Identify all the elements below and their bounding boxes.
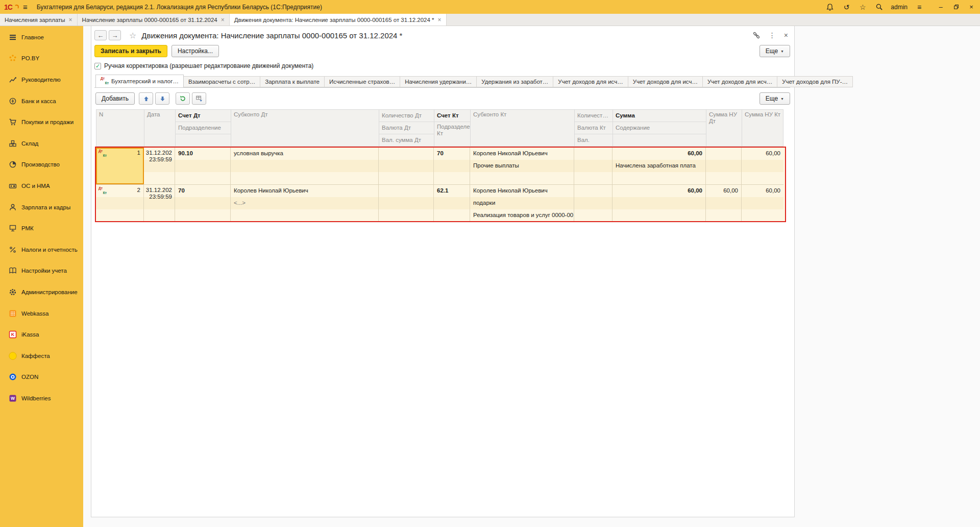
forward-arrow-button[interactable]: → bbox=[109, 30, 121, 40]
fill-table-button[interactable] bbox=[192, 92, 206, 105]
cell-n[interactable]: ДтКт 1 bbox=[96, 148, 144, 184]
cell-schet-kt[interactable]: 70 bbox=[434, 148, 470, 184]
tab-income-accounting-3[interactable]: Учет доходов для исч… bbox=[703, 76, 777, 87]
window-tab-document-movements[interactable]: Движения документа: Начисление зарплаты … bbox=[230, 14, 447, 26]
cell-date[interactable]: 31.12.20223:59:59 bbox=[144, 148, 175, 184]
svg-text:K: K bbox=[11, 332, 15, 338]
window-minimize-icon[interactable]: – bbox=[936, 3, 945, 12]
current-user-label[interactable]: admin bbox=[891, 4, 908, 11]
sidebar-item-label: Wildberries bbox=[21, 395, 51, 401]
cell-schet-kt[interactable]: 62.1 bbox=[434, 185, 470, 221]
cell-kolichestvo-dt[interactable] bbox=[379, 185, 434, 221]
table-more-button[interactable]: Еще ▼ bbox=[760, 92, 790, 105]
sidebar-item-label: Покупки и продажи bbox=[21, 119, 74, 125]
tab-close-icon[interactable]: × bbox=[438, 16, 442, 23]
sidebar-item-nastroyki-ucheta[interactable]: Настройки учета bbox=[0, 260, 83, 282]
sidebar-item-kaffesta[interactable]: Каффеста bbox=[0, 345, 83, 367]
tab-accruals-deductions[interactable]: Начисления удержани… bbox=[400, 76, 477, 87]
cell-subconto-dt[interactable]: Королев Николай Юрьевич <...> bbox=[231, 185, 379, 221]
sidebar-item-ikassa[interactable]: K iKassa bbox=[0, 324, 83, 345]
sidebar-item-label: Банк и касса bbox=[21, 98, 56, 104]
app-title: Бухгалтерия для Беларуси, редакция 2.1. … bbox=[37, 4, 322, 11]
cell-summa-nu-kt[interactable]: 60,00 bbox=[742, 148, 783, 184]
cell-kolichestvo-kt[interactable] bbox=[574, 148, 612, 184]
move-down-button[interactable] bbox=[155, 92, 169, 105]
settings-button[interactable]: Настройка... bbox=[172, 45, 219, 57]
refresh-button[interactable] bbox=[176, 92, 190, 105]
sidebar-item-rukovoditelyu[interactable]: Руководителю bbox=[0, 69, 83, 90]
sidebar-item-administrirovanie[interactable]: Администрирование bbox=[0, 281, 83, 303]
search-icon[interactable] bbox=[874, 3, 884, 12]
cell-kolichestvo-dt[interactable] bbox=[379, 148, 434, 184]
window-tab-payroll-list[interactable]: Начисления зарплаты × bbox=[0, 14, 78, 26]
tab-close-icon[interactable]: × bbox=[221, 16, 225, 23]
document-movements-form: ← → ☆ Движения документа: Начисление зар… bbox=[91, 26, 795, 517]
cell-schet-dt[interactable]: 70 bbox=[175, 185, 231, 221]
window-tab-payroll-document[interactable]: Начисление зарплаты 0000-000165 от 31.12… bbox=[78, 14, 230, 26]
column-header-n: N bbox=[96, 110, 144, 146]
cell-summa-nu-dt[interactable] bbox=[706, 148, 742, 184]
add-row-button[interactable]: Добавить bbox=[95, 92, 135, 105]
cell-date[interactable]: 31.12.20223:59:59 bbox=[144, 185, 175, 221]
move-up-button[interactable] bbox=[139, 92, 153, 105]
favorite-star-icon[interactable]: ☆ bbox=[129, 31, 136, 40]
sidebar-item-label: Производство bbox=[21, 161, 60, 167]
save-and-close-button[interactable]: Записать и закрыть bbox=[94, 45, 167, 57]
more-ellipsis-icon[interactable]: ⋮ bbox=[769, 31, 776, 39]
tab-label: Зарплата к выплате bbox=[265, 79, 320, 85]
cell-schet-dt[interactable]: 90.10 bbox=[175, 148, 231, 184]
cell-summa[interactable]: 60,00 Начислена заработная плата bbox=[612, 148, 706, 184]
tab-insurance-calculated[interactable]: Исчисленные страхов… bbox=[325, 76, 400, 87]
cell-subconto-kt[interactable]: Королев Николай Юрьевич Прочие выплаты bbox=[470, 148, 574, 184]
tab-accounting-register[interactable]: ДтКт Бухгалтерский и налог… bbox=[95, 75, 184, 88]
main-menu-icon[interactable]: ≡ bbox=[23, 3, 28, 11]
tab-deductions-from-salary[interactable]: Удержания из заработ… bbox=[477, 76, 553, 87]
sidebar-item-zarplata-kadry[interactable]: Зарплата и кадры bbox=[0, 197, 83, 218]
cell-summa-nu-kt[interactable]: 60,00 bbox=[742, 185, 783, 221]
sidebar-item-webkassa[interactable]: Webkassa bbox=[0, 303, 83, 324]
cell-summa-nu-dt[interactable]: 60,00 bbox=[706, 185, 742, 221]
tab-label: Исчисленные страхов… bbox=[329, 79, 395, 85]
form-more-button[interactable]: Еще ▼ bbox=[760, 45, 790, 57]
sidebar-item-os-nma[interactable]: ОС и НМА bbox=[0, 175, 83, 197]
sidebar-item-ozon[interactable]: OZON bbox=[0, 367, 83, 388]
sidebar-item-pokupki-prodazhi[interactable]: Покупки и продажи bbox=[0, 111, 83, 133]
tab-salary-payable[interactable]: Зарплата к выплате bbox=[260, 76, 325, 87]
tab-income-accounting-1[interactable]: Учет доходов для исч… bbox=[553, 76, 628, 87]
manual-correction-checkbox[interactable]: ✓ bbox=[94, 63, 101, 69]
manual-correction-label[interactable]: Ручная корректировка (разрешает редактир… bbox=[104, 62, 313, 69]
sidebar-item-wildberries[interactable]: W Wildberries bbox=[0, 388, 83, 409]
tab-mutual-settlements[interactable]: Взаиморасчеты с сотр… bbox=[184, 76, 260, 87]
settings-label: Настройка... bbox=[178, 47, 213, 55]
history-icon[interactable]: ↺ bbox=[842, 3, 851, 12]
tab-income-accounting-2[interactable]: Учет доходов для исч… bbox=[628, 76, 703, 87]
sidebar-item-glavnoe[interactable]: Главное bbox=[0, 27, 83, 48]
form-close-icon[interactable]: × bbox=[784, 31, 788, 39]
sidebar-item-label: Налоги и отчетность bbox=[21, 247, 78, 253]
favorites-star-icon[interactable]: ☆ bbox=[858, 3, 867, 12]
sidebar-item-label: Главное bbox=[21, 34, 44, 40]
sidebar-item-proizvodstvo[interactable]: Производство bbox=[0, 154, 83, 176]
sidebar-item-rmk[interactable]: РМК bbox=[0, 218, 83, 239]
window-close-icon[interactable]: × bbox=[967, 3, 976, 12]
cell-subconto-kt[interactable]: Королев Николай Юрьевич подарки Реализац… bbox=[470, 185, 574, 221]
service-menu-icon[interactable]: ≡ bbox=[915, 3, 924, 12]
get-link-icon[interactable] bbox=[752, 31, 761, 39]
tab-income-pu[interactable]: Учет доходов для ПУ-… bbox=[777, 76, 853, 87]
more-label: Еще bbox=[766, 95, 778, 102]
sidebar-item-poby[interactable]: PO.BY bbox=[0, 48, 83, 69]
table-row[interactable]: ДтКт 1 31.12.20223:59:59 90.10 условная … bbox=[96, 148, 783, 184]
notifications-bell-icon[interactable] bbox=[825, 3, 835, 12]
sidebar-item-bank-kassa[interactable]: Банк и касса bbox=[0, 90, 83, 112]
table-row[interactable]: ДтКт 2 31.12.20223:59:59 70 Королев Нико… bbox=[96, 184, 783, 221]
tab-close-icon[interactable]: × bbox=[69, 16, 72, 23]
sidebar-item-nalogi[interactable]: Налоги и отчетность bbox=[0, 239, 83, 260]
window-restore-icon[interactable] bbox=[951, 3, 961, 12]
cell-summa[interactable]: 60,00 bbox=[612, 185, 706, 221]
cell-n[interactable]: ДтКт 2 bbox=[96, 185, 144, 221]
pie-gauge-icon bbox=[6, 160, 19, 169]
cell-kolichestvo-kt[interactable] bbox=[574, 185, 612, 221]
back-arrow-button[interactable]: ← bbox=[94, 30, 107, 40]
sidebar-item-sklad[interactable]: Склад bbox=[0, 133, 83, 154]
cell-subconto-dt[interactable]: условная выручка bbox=[231, 148, 379, 184]
